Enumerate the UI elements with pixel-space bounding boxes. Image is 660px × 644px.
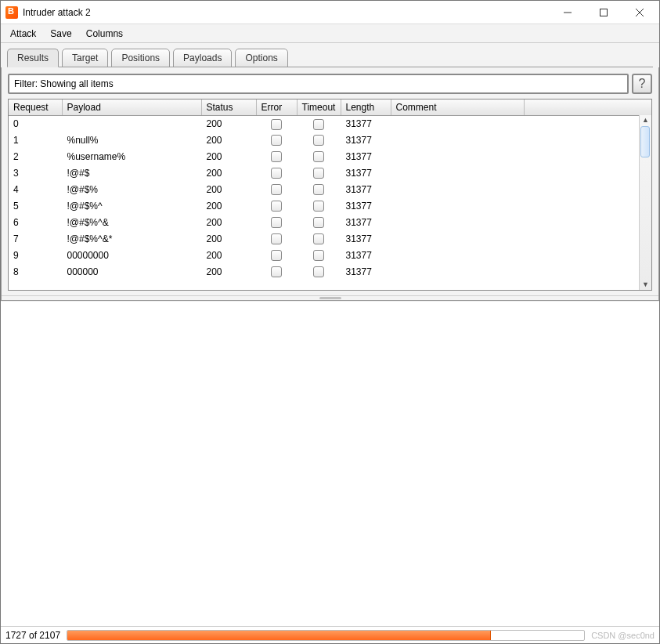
col-payload[interactable]: Payload <box>62 99 201 116</box>
cell-request: 4 <box>9 182 62 198</box>
col-comment[interactable]: Comment <box>391 99 524 116</box>
cell-error <box>256 182 297 198</box>
cell-length: 31377 <box>341 248 391 264</box>
table-row[interactable]: 1%null%20031377 <box>9 132 651 149</box>
tab-target[interactable]: Target <box>62 49 108 67</box>
filter-box[interactable]: Filter: Showing all items <box>8 74 629 94</box>
minimize-button[interactable] <box>550 1 586 24</box>
cell-comment <box>391 165 524 182</box>
table-row[interactable]: 800000020031377 <box>9 264 651 280</box>
maximize-button[interactable] <box>586 1 622 24</box>
cell-timeout <box>297 165 341 182</box>
tab-payloads[interactable]: Payloads <box>173 49 232 67</box>
svg-rect-1 <box>600 9 608 16</box>
table-body: 0200313771%null%200313772%username%20031… <box>9 116 651 280</box>
cell-payload: !@#$%^& <box>62 215 201 231</box>
checkbox-icon <box>271 184 282 195</box>
cell-status: 200 <box>201 198 256 215</box>
table-row[interactable]: 4!@#$%20031377 <box>9 182 651 198</box>
col-request[interactable]: Request <box>9 99 62 116</box>
cell-payload <box>62 116 201 132</box>
cell-timeout <box>297 116 341 132</box>
cell-status: 200 <box>201 149 256 165</box>
cell-error <box>256 248 297 264</box>
checkbox-icon <box>313 184 324 195</box>
tab-positions[interactable]: Positions <box>111 49 170 67</box>
cell-status: 200 <box>201 182 256 198</box>
progress-bar <box>67 630 585 641</box>
table-row[interactable]: 90000000020031377 <box>9 248 651 264</box>
col-fill <box>524 99 651 116</box>
results-table-container: Request Payload Status Error Timeout Len… <box>8 99 652 291</box>
maximize-icon <box>600 9 608 16</box>
checkbox-icon <box>313 217 324 228</box>
scroll-thumb[interactable] <box>640 126 650 157</box>
tab-results[interactable]: Results <box>7 49 59 67</box>
checkbox-icon <box>313 250 324 261</box>
cell-timeout <box>297 215 341 231</box>
cell-comment <box>391 248 524 264</box>
cell-timeout <box>297 198 341 215</box>
menu-attack[interactable]: Attack <box>7 27 39 41</box>
menu-save[interactable]: Save <box>47 27 74 41</box>
cell-status: 200 <box>201 132 256 149</box>
checkbox-icon <box>271 151 282 162</box>
cell-length: 31377 <box>341 182 391 198</box>
table-row[interactable]: 6!@#$%^&20031377 <box>9 215 651 231</box>
cell-payload: !@#$ <box>62 165 201 182</box>
cell-status: 200 <box>201 165 256 182</box>
vertical-scrollbar[interactable]: ▲ ▼ <box>639 115 651 290</box>
cell-error <box>256 116 297 132</box>
cell-status: 200 <box>201 264 256 280</box>
checkbox-icon <box>271 168 282 179</box>
cell-request: 6 <box>9 215 62 231</box>
watermark-text: CSDN @sec0nd <box>591 631 655 640</box>
tabstrip-container: Results Target Positions Payloads Option… <box>1 43 659 67</box>
table-row[interactable]: 3!@#$20031377 <box>9 165 651 182</box>
cell-comment <box>391 182 524 198</box>
close-icon <box>636 9 644 16</box>
cell-error <box>256 132 297 149</box>
cell-comment <box>391 149 524 165</box>
checkbox-icon <box>313 201 324 212</box>
checkbox-icon <box>271 233 282 244</box>
cell-request: 7 <box>9 231 62 248</box>
menubar: Attack Save Columns <box>1 24 659 43</box>
checkbox-icon <box>271 119 282 130</box>
checkbox-icon <box>271 250 282 261</box>
cell-payload: 000000 <box>62 264 201 280</box>
checkbox-icon <box>271 217 282 228</box>
cell-payload: !@#$%^&* <box>62 231 201 248</box>
col-timeout[interactable]: Timeout <box>297 99 341 116</box>
scroll-up-icon: ▲ <box>642 117 649 124</box>
cell-request: 3 <box>9 165 62 182</box>
cell-comment <box>391 198 524 215</box>
checkbox-icon <box>271 266 282 277</box>
progress-text: 1727 of 2107 <box>5 630 60 641</box>
cell-error <box>256 165 297 182</box>
table-row[interactable]: 7!@#$%^&*20031377 <box>9 231 651 248</box>
help-button[interactable]: ? <box>632 74 652 94</box>
cell-comment <box>391 264 524 280</box>
table-row[interactable]: 2%username%20031377 <box>9 149 651 165</box>
cell-comment <box>391 132 524 149</box>
titlebar: Intruder attack 2 <box>1 1 659 24</box>
splitter-handle[interactable] <box>2 295 658 300</box>
progress-bar-fill <box>67 631 491 640</box>
col-length[interactable]: Length <box>341 99 391 116</box>
close-button[interactable] <box>622 1 658 24</box>
menu-columns[interactable]: Columns <box>83 27 126 41</box>
table-row[interactable]: 5!@#$%^20031377 <box>9 198 651 215</box>
tab-options[interactable]: Options <box>235 49 287 67</box>
cell-timeout <box>297 149 341 165</box>
cell-length: 31377 <box>341 149 391 165</box>
cell-payload: !@#$% <box>62 182 201 198</box>
scroll-down-icon: ▼ <box>642 281 649 288</box>
cell-length: 31377 <box>341 215 391 231</box>
filter-row: Filter: Showing all items ? <box>2 67 658 97</box>
cell-length: 31377 <box>341 264 391 280</box>
col-error[interactable]: Error <box>256 99 297 116</box>
col-status[interactable]: Status <box>201 99 256 116</box>
table-row[interactable]: 020031377 <box>9 116 651 132</box>
cell-comment <box>391 215 524 231</box>
